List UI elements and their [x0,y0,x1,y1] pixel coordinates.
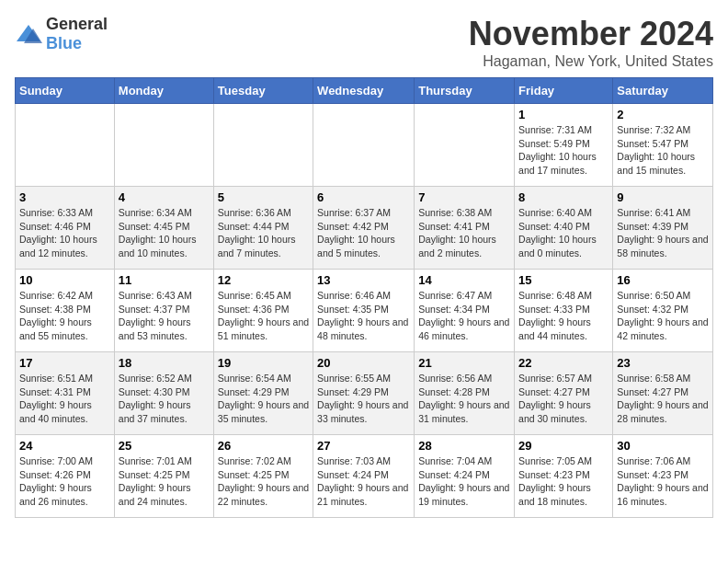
day-number: 23 [617,356,709,370]
calendar-cell: 2Sunrise: 7:32 AM Sunset: 5:47 PM Daylig… [613,104,713,187]
calendar-cell: 26Sunrise: 7:02 AM Sunset: 4:25 PM Dayli… [213,435,313,518]
day-number: 13 [317,273,410,287]
calendar-cell: 21Sunrise: 6:56 AM Sunset: 4:28 PM Dayli… [415,352,515,435]
calendar-cell: 25Sunrise: 7:01 AM Sunset: 4:25 PM Dayli… [114,435,213,518]
calendar-cell [415,104,515,187]
day-info: Sunrise: 7:31 AM Sunset: 5:49 PM Dayligh… [518,123,609,178]
calendar-cell: 13Sunrise: 6:46 AM Sunset: 4:35 PM Dayli… [313,270,415,352]
day-info: Sunrise: 6:58 AM Sunset: 4:27 PM Dayligh… [617,372,709,426]
day-info: Sunrise: 7:03 AM Sunset: 4:24 PM Dayligh… [317,454,410,509]
day-info: Sunrise: 6:38 AM Sunset: 4:41 PM Dayligh… [418,206,510,260]
day-number: 12 [218,273,309,287]
calendar-cell: 1Sunrise: 7:31 AM Sunset: 5:49 PM Daylig… [515,104,613,187]
day-number: 19 [218,356,309,370]
logo-blue: Blue [46,34,82,52]
calendar-cell [16,104,115,187]
calendar-cell: 29Sunrise: 7:05 AM Sunset: 4:23 PM Dayli… [515,435,613,518]
day-number: 15 [518,273,609,287]
day-info: Sunrise: 7:05 AM Sunset: 4:23 PM Dayligh… [518,454,609,509]
calendar-cell: 8Sunrise: 6:40 AM Sunset: 4:40 PM Daylig… [515,187,613,270]
day-number: 21 [418,356,510,370]
day-number: 29 [518,439,609,453]
day-info: Sunrise: 6:52 AM Sunset: 4:30 PM Dayligh… [119,372,210,426]
calendar-cell: 3Sunrise: 6:33 AM Sunset: 4:46 PM Daylig… [16,187,115,270]
calendar-cell: 30Sunrise: 7:06 AM Sunset: 4:23 PM Dayli… [613,435,713,518]
calendar-cell: 7Sunrise: 6:38 AM Sunset: 4:41 PM Daylig… [415,187,515,270]
day-info: Sunrise: 6:51 AM Sunset: 4:31 PM Dayligh… [19,372,110,426]
day-info: Sunrise: 7:02 AM Sunset: 4:25 PM Dayligh… [218,454,309,509]
calendar-cell: 18Sunrise: 6:52 AM Sunset: 4:30 PM Dayli… [114,352,213,435]
day-number: 24 [19,439,110,453]
day-info: Sunrise: 6:50 AM Sunset: 4:32 PM Dayligh… [617,289,709,343]
day-number: 26 [218,439,309,453]
day-number: 9 [617,190,709,204]
calendar-cell: 15Sunrise: 6:48 AM Sunset: 4:33 PM Dayli… [515,270,613,352]
weekday-header: Tuesday [213,78,313,104]
day-number: 1 [518,108,609,121]
logo-icon [15,23,42,45]
weekday-header: Friday [515,78,613,104]
day-number: 11 [119,273,210,287]
weekday-header-row: SundayMondayTuesdayWednesdayThursdayFrid… [16,78,713,104]
weekday-header: Saturday [613,78,713,104]
day-info: Sunrise: 6:54 AM Sunset: 4:29 PM Dayligh… [218,372,309,426]
calendar-cell: 9Sunrise: 6:41 AM Sunset: 4:39 PM Daylig… [613,187,713,270]
day-info: Sunrise: 6:55 AM Sunset: 4:29 PM Dayligh… [317,372,410,426]
calendar-week-row: 17Sunrise: 6:51 AM Sunset: 4:31 PM Dayli… [16,352,713,435]
calendar-cell: 11Sunrise: 6:43 AM Sunset: 4:37 PM Dayli… [114,270,213,352]
calendar-cell: 19Sunrise: 6:54 AM Sunset: 4:29 PM Dayli… [213,352,313,435]
day-info: Sunrise: 6:43 AM Sunset: 4:37 PM Dayligh… [119,289,210,343]
day-info: Sunrise: 7:04 AM Sunset: 4:24 PM Dayligh… [418,454,510,509]
day-info: Sunrise: 6:48 AM Sunset: 4:33 PM Dayligh… [518,289,609,343]
calendar-cell: 5Sunrise: 6:36 AM Sunset: 4:44 PM Daylig… [213,187,313,270]
calendar-cell: 14Sunrise: 6:47 AM Sunset: 4:34 PM Dayli… [415,270,515,352]
day-info: Sunrise: 6:33 AM Sunset: 4:46 PM Dayligh… [19,206,110,260]
calendar-cell [313,104,415,187]
day-info: Sunrise: 6:34 AM Sunset: 4:45 PM Dayligh… [119,206,210,260]
day-info: Sunrise: 7:00 AM Sunset: 4:26 PM Dayligh… [19,454,110,509]
weekday-header: Monday [114,78,213,104]
calendar-table: SundayMondayTuesdayWednesdayThursdayFrid… [15,77,713,518]
day-info: Sunrise: 6:37 AM Sunset: 4:42 PM Dayligh… [317,206,410,260]
day-number: 8 [518,190,609,204]
calendar-week-row: 1Sunrise: 7:31 AM Sunset: 5:49 PM Daylig… [16,104,713,187]
weekday-header: Thursday [415,78,515,104]
day-number: 7 [418,190,510,204]
weekday-header: Wednesday [313,78,415,104]
day-info: Sunrise: 6:41 AM Sunset: 4:39 PM Dayligh… [617,206,709,260]
day-info: Sunrise: 7:01 AM Sunset: 4:25 PM Dayligh… [119,454,210,509]
day-number: 22 [518,356,609,370]
day-info: Sunrise: 6:47 AM Sunset: 4:34 PM Dayligh… [418,289,510,343]
day-number: 17 [19,356,110,370]
weekday-header: Sunday [16,78,115,104]
calendar-cell: 4Sunrise: 6:34 AM Sunset: 4:45 PM Daylig… [114,187,213,270]
calendar-cell: 17Sunrise: 6:51 AM Sunset: 4:31 PM Dayli… [16,352,115,435]
day-number: 6 [317,190,410,204]
day-number: 28 [418,439,510,453]
calendar-cell: 6Sunrise: 6:37 AM Sunset: 4:42 PM Daylig… [313,187,415,270]
day-info: Sunrise: 7:06 AM Sunset: 4:23 PM Dayligh… [617,454,709,509]
calendar-cell: 20Sunrise: 6:55 AM Sunset: 4:29 PM Dayli… [313,352,415,435]
calendar-cell: 28Sunrise: 7:04 AM Sunset: 4:24 PM Dayli… [415,435,515,518]
day-info: Sunrise: 6:56 AM Sunset: 4:28 PM Dayligh… [418,372,510,426]
day-number: 4 [119,190,210,204]
calendar-week-row: 24Sunrise: 7:00 AM Sunset: 4:26 PM Dayli… [16,435,713,518]
location-title: Hagaman, New York, United States [469,53,713,70]
title-area: November 2024 Hagaman, New York, United … [469,15,713,70]
calendar-cell: 27Sunrise: 7:03 AM Sunset: 4:24 PM Dayli… [313,435,415,518]
day-info: Sunrise: 6:46 AM Sunset: 4:35 PM Dayligh… [317,289,410,343]
logo-general: General [46,15,108,33]
calendar-cell: 22Sunrise: 6:57 AM Sunset: 4:27 PM Dayli… [515,352,613,435]
month-title: November 2024 [469,15,713,53]
day-number: 16 [617,273,709,287]
day-number: 27 [317,439,410,453]
calendar-cell: 16Sunrise: 6:50 AM Sunset: 4:32 PM Dayli… [613,270,713,352]
day-info: Sunrise: 6:57 AM Sunset: 4:27 PM Dayligh… [518,372,609,426]
day-info: Sunrise: 6:40 AM Sunset: 4:40 PM Dayligh… [518,206,609,260]
calendar-body: 1Sunrise: 7:31 AM Sunset: 5:49 PM Daylig… [16,104,713,518]
day-number: 25 [119,439,210,453]
calendar-cell [213,104,313,187]
day-number: 5 [218,190,309,204]
calendar-week-row: 3Sunrise: 6:33 AM Sunset: 4:46 PM Daylig… [16,187,713,270]
logo: General Blue [15,15,108,53]
